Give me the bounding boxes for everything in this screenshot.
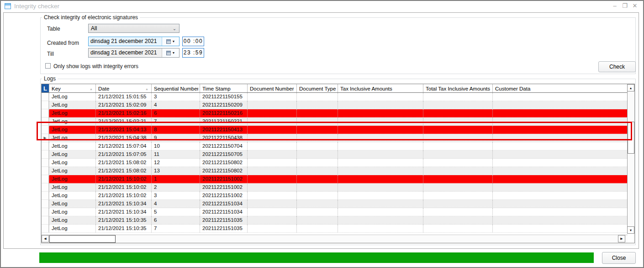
grid-cell[interactable] — [423, 109, 492, 118]
grid-cell[interactable] — [423, 93, 492, 101]
grid-cell[interactable]: JetLog — [49, 93, 95, 101]
grid-cell[interactable] — [247, 93, 296, 101]
row-header-cell[interactable] — [42, 183, 49, 192]
grid-cell[interactable]: JetLog — [49, 159, 95, 167]
grid-cell[interactable]: JetLog — [49, 167, 95, 175]
column-header[interactable]: Time Stamp — [200, 84, 247, 92]
grid-cell[interactable] — [492, 134, 627, 142]
scroll-up-icon[interactable]: ▲ — [627, 84, 634, 91]
grid-cell[interactable] — [338, 118, 423, 126]
grid-cell[interactable] — [296, 134, 338, 142]
row-header-cell[interactable] — [42, 93, 49, 101]
grid-cell[interactable] — [338, 183, 423, 192]
grid-cell[interactable] — [296, 183, 338, 192]
log-row[interactable]: JetLog21/12/2021 15:10:34420211221151034 — [42, 200, 627, 208]
grid-cell[interactable] — [296, 208, 338, 216]
grid-cell[interactable]: 21/12/2021 15:08:02 — [95, 167, 151, 175]
grid-cell[interactable] — [423, 192, 492, 200]
grid-cell[interactable]: 4 — [151, 200, 200, 208]
grid-cell[interactable] — [338, 175, 423, 183]
grid-cell[interactable] — [247, 216, 296, 225]
log-row[interactable]: JetLog21/12/2021 15:10:34520211221151034 — [42, 208, 627, 216]
grid-cell[interactable] — [492, 208, 627, 216]
grid-cell[interactable]: JetLog — [49, 208, 95, 216]
grid-cell[interactable]: 21/12/2021 15:02:16 — [95, 109, 151, 118]
grid-cell[interactable] — [423, 150, 492, 159]
row-header-cell[interactable] — [42, 200, 49, 208]
row-header-cell[interactable] — [42, 225, 49, 233]
grid-cell[interactable] — [338, 159, 423, 167]
log-row[interactable]: JetLog21/12/2021 15:02:16620211221150216 — [42, 109, 627, 118]
grid-cell[interactable] — [338, 142, 423, 150]
grid-cell[interactable] — [492, 118, 627, 126]
grid-cell[interactable]: 20211221150705 — [200, 150, 247, 159]
grid-cell[interactable]: 21/12/2021 15:10:35 — [95, 216, 151, 225]
grid-cell[interactable]: 21/12/2021 15:10:02 — [95, 183, 151, 192]
created-from-date-picker[interactable]: dinsdag 21 december 2021 ▼ — [88, 37, 179, 46]
grid-cell[interactable] — [492, 167, 627, 175]
grid-cell[interactable]: JetLog — [49, 142, 95, 150]
grid-cell[interactable] — [247, 134, 296, 142]
grid-cell[interactable] — [247, 101, 296, 109]
grid-cell[interactable] — [423, 159, 492, 167]
grid-cell[interactable]: 2 — [151, 183, 200, 192]
log-row[interactable]: JetLog21/12/2021 15:08:02132021122115080… — [42, 167, 627, 175]
grid-cell[interactable] — [296, 200, 338, 208]
grid-cell[interactable] — [338, 216, 423, 225]
grid-cell[interactable] — [296, 142, 338, 150]
grid-cell[interactable]: 21/12/2021 15:04:38 — [95, 134, 151, 142]
grid-cell[interactable] — [492, 200, 627, 208]
grid-cell[interactable] — [492, 225, 627, 233]
grid-cell[interactable]: 11 — [151, 150, 200, 159]
grid-cell[interactable]: JetLog — [49, 216, 95, 225]
grid-cell[interactable]: 20211221150209 — [200, 101, 247, 109]
grid-cell[interactable]: 21/12/2021 15:07:04 — [95, 142, 151, 150]
grid-cell[interactable] — [492, 159, 627, 167]
grid-cell[interactable] — [492, 142, 627, 150]
close-icon[interactable]: ✕ — [631, 2, 639, 10]
grid-cell[interactable] — [296, 150, 338, 159]
row-header-cell[interactable] — [42, 118, 49, 126]
grid-cell[interactable]: 20211221151002 — [200, 183, 247, 192]
grid-cell[interactable]: 20211221150413 — [200, 126, 247, 134]
row-header-cell[interactable] — [42, 109, 49, 118]
grid-cell[interactable]: 5 — [151, 208, 200, 216]
grid-cell[interactable] — [338, 134, 423, 142]
grid-cell[interactable] — [338, 101, 423, 109]
created-from-time-input[interactable]: 00 :00 — [182, 37, 204, 46]
grid-cell[interactable]: 20211221151034 — [200, 200, 247, 208]
log-row[interactable]: JetLog21/12/2021 15:08:02122021122115080… — [42, 159, 627, 167]
log-row[interactable]: JetLog21/12/2021 15:07:04102021122115070… — [42, 142, 627, 150]
till-time-input[interactable]: 23 :59 — [182, 48, 204, 58]
column-header[interactable]: Total Tax Inclusive Amounts — [423, 84, 492, 92]
row-header-cell[interactable] — [42, 150, 49, 159]
grid-cell[interactable] — [296, 159, 338, 167]
vertical-scrollbar[interactable]: ▲ ▼ — [627, 84, 634, 234]
minimize-icon[interactable]: – — [611, 2, 618, 10]
grid-cell[interactable]: 10 — [151, 142, 200, 150]
grid-cell[interactable]: 9 — [151, 134, 200, 142]
grid-cell[interactable]: 20211221150216 — [200, 109, 247, 118]
grid-cell[interactable] — [296, 225, 338, 233]
column-header[interactable]: Document Type — [296, 84, 338, 92]
row-header-cell[interactable] — [42, 126, 49, 134]
column-header[interactable]: Sequential Number — [151, 84, 200, 92]
integrity-errors-checkbox[interactable] — [45, 63, 51, 69]
grid-cell[interactable]: 21/12/2021 15:04:13 — [95, 126, 151, 134]
grid-cell[interactable]: 20211221150221 — [200, 118, 247, 126]
horizontal-scrollbar[interactable]: ◀ ▶ — [42, 235, 628, 243]
grid-cell[interactable] — [296, 109, 338, 118]
grid-cell[interactable]: JetLog — [49, 134, 95, 142]
grid-cell[interactable] — [247, 167, 296, 175]
row-header-cell[interactable] — [42, 101, 49, 109]
grid-cell[interactable] — [492, 150, 627, 159]
table-select[interactable]: All ⌄ — [88, 24, 179, 33]
log-row[interactable]: JetLog21/12/2021 15:10:35620211221151035 — [42, 216, 627, 225]
grid-cell[interactable]: 21/12/2021 15:01:55 — [95, 93, 151, 101]
grid-cell[interactable]: JetLog — [49, 126, 95, 134]
column-header[interactable]: Date▲ — [95, 84, 151, 92]
grid-cell[interactable]: 21/12/2021 15:10:02 — [95, 175, 151, 183]
grid-cell[interactable]: 20211221151035 — [200, 225, 247, 233]
grid-cell[interactable] — [423, 142, 492, 150]
grid-cell[interactable]: 21/12/2021 15:02:09 — [95, 101, 151, 109]
